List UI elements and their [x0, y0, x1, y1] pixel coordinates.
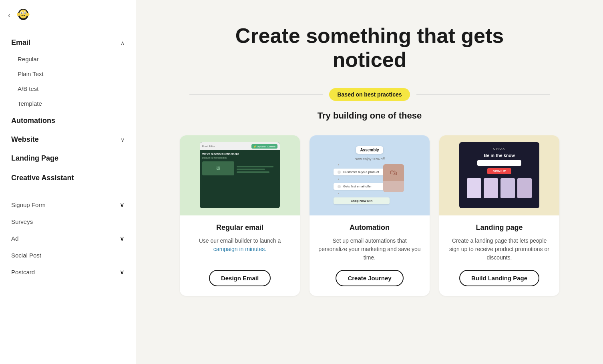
landing-mock-products [467, 178, 532, 198]
auto-tag-2: Gets first email offer [334, 183, 390, 190]
cards-container: Email Editor ⚡ Dynamic Content We've red… [177, 135, 562, 296]
landing-illustration: CRUX Be in the know SIGN UP [459, 142, 539, 208]
automations-label: Automations [11, 117, 55, 125]
landing-mock-email-input [477, 160, 521, 166]
editor-headline: We've redefined refinement [202, 153, 277, 155]
ad-label: Ad [11, 235, 18, 242]
signup-form-label: Signup Form [11, 201, 46, 208]
card-body-landing: Landing page Create a landing page that … [439, 215, 559, 296]
mailchimp-logo [14, 6, 32, 24]
landing-page-label: Landing Page [11, 154, 58, 163]
svg-point-7 [17, 13, 20, 16]
card-desc-landing: Create a landing page that lets people s… [447, 237, 551, 262]
email-section-arrow: ∧ [121, 40, 125, 46]
build-landing-page-button[interactable]: Build Landing Page [459, 270, 539, 286]
card-body-regular: Regular email Use our email builder to l… [180, 215, 300, 296]
dynamic-content-btn: ⚡ Dynamic Content [251, 144, 277, 149]
website-arrow: ∨ [121, 137, 125, 143]
card-desc-automation: Set up email automations that personaliz… [318, 237, 422, 262]
editor-topbar: Email Editor ⚡ Dynamic Content [200, 142, 280, 150]
editor-subtext: Discover our new collection [202, 157, 277, 159]
landing-mock-signup-btn: SIGN UP [487, 168, 512, 174]
back-icon[interactable]: ‹ [8, 11, 10, 20]
best-practices-badge: Based on best practices [329, 88, 410, 101]
card-title-landing: Landing page [476, 223, 523, 232]
sidebar-header: ‹ [0, 0, 136, 30]
surveys-label: Surveys [11, 218, 33, 225]
card-body-automation: Automation Set up email automations that… [310, 215, 430, 296]
main-content: Create something that gets noticed Based… [136, 0, 603, 364]
sidebar-subitem-regular[interactable]: Regular [0, 52, 136, 66]
crux-brand: CRUX [493, 147, 506, 151]
card-image-landing: CRUX Be in the know SIGN UP [439, 135, 559, 215]
create-journey-button[interactable]: Create Journey [336, 270, 403, 286]
svg-point-8 [27, 13, 30, 16]
social-post-label: Social Post [11, 252, 41, 259]
postcard-label: Postcard [11, 269, 35, 276]
postcard-arrow: ∨ [120, 268, 125, 276]
sidebar-item-email[interactable]: Email ∧ [0, 34, 136, 52]
svg-point-6 [24, 12, 26, 14]
editor-img-placeholder: 🖼 [202, 161, 234, 175]
design-email-button[interactable]: Design Email [209, 270, 271, 286]
campaign-link[interactable]: campaign in minutes. [213, 246, 266, 252]
sidebar-subitem-abtest[interactable]: A/B test [0, 81, 136, 96]
sidebar-item-website[interactable]: Website ∨ [0, 131, 136, 149]
website-label: Website [11, 135, 39, 144]
card-image-regular: Email Editor ⚡ Dynamic Content We've red… [180, 135, 300, 215]
sidebar-item-social-post[interactable]: Social Post [0, 247, 136, 263]
card-title-automation: Automation [350, 223, 390, 232]
sidebar-item-signup-form[interactable]: Signup Form ∨ [0, 196, 136, 213]
automation-illustration: Assembly Now enjoy 20% off Customer buys… [330, 142, 410, 208]
editor-content: We've redefined refinement Discover our … [200, 150, 280, 179]
card-image-automation: Assembly Now enjoy 20% off Customer buys… [310, 135, 430, 215]
hero-title: Create something that gets noticed [229, 24, 510, 72]
card-desc-regular: Use our email builder to launch a campai… [188, 237, 292, 262]
auto-connector-3 [338, 193, 339, 194]
sidebar-item-creative-assistant[interactable]: Creative Assistant [0, 168, 136, 188]
sidebar-subitem-plaintext[interactable]: Plain Text [0, 66, 136, 81]
auto-connector-2 [338, 179, 339, 180]
sidebar-item-landing-page[interactable]: Landing Page [0, 149, 136, 168]
auto-tag-1: Customer buys a product [334, 169, 390, 175]
email-editor-illustration: Email Editor ⚡ Dynamic Content We've red… [200, 142, 280, 208]
subtitle: Try building one of these [318, 111, 422, 121]
svg-point-2 [19, 10, 27, 18]
sidebar-item-postcard[interactable]: Postcard ∨ [0, 263, 136, 281]
auto-tag-3: Shop Now Btn [334, 197, 390, 204]
card-automation: Assembly Now enjoy 20% off Customer buys… [310, 135, 430, 296]
sidebar: ‹ Email ∧ Regular Plain Text A/B test Te… [0, 0, 136, 364]
card-landing-page: CRUX Be in the know SIGN UP Landing page… [439, 135, 559, 296]
signup-form-arrow: ∨ [120, 201, 125, 209]
sidebar-item-automations[interactable]: Automations [0, 111, 136, 131]
assembly-label: Assembly [356, 146, 383, 154]
ad-arrow: ∨ [120, 235, 125, 242]
editor-lines [237, 161, 277, 177]
divider-left [189, 94, 323, 95]
sidebar-divider [10, 192, 126, 192]
card-regular-email: Email Editor ⚡ Dynamic Content We've red… [180, 135, 300, 296]
sidebar-subitem-template[interactable]: Template [0, 96, 136, 111]
divider-right [416, 94, 550, 95]
sidebar-nav: Email ∧ Regular Plain Text A/B test Temp… [0, 30, 136, 284]
divider-badge-row: Based on best practices [189, 88, 550, 101]
sidebar-item-ad[interactable]: Ad ∨ [0, 230, 136, 247]
sidebar-item-surveys[interactable]: Surveys [0, 213, 136, 230]
product-image-mock: 🛍 [383, 164, 404, 192]
landing-mock-headline: Be in the know [484, 153, 515, 158]
card-title-regular: Regular email [216, 223, 263, 232]
creative-assistant-label: Creative Assistant [11, 174, 74, 182]
auto-connector-1 [338, 164, 339, 165]
email-section-label: Email [11, 38, 30, 47]
svg-point-5 [21, 12, 22, 14]
